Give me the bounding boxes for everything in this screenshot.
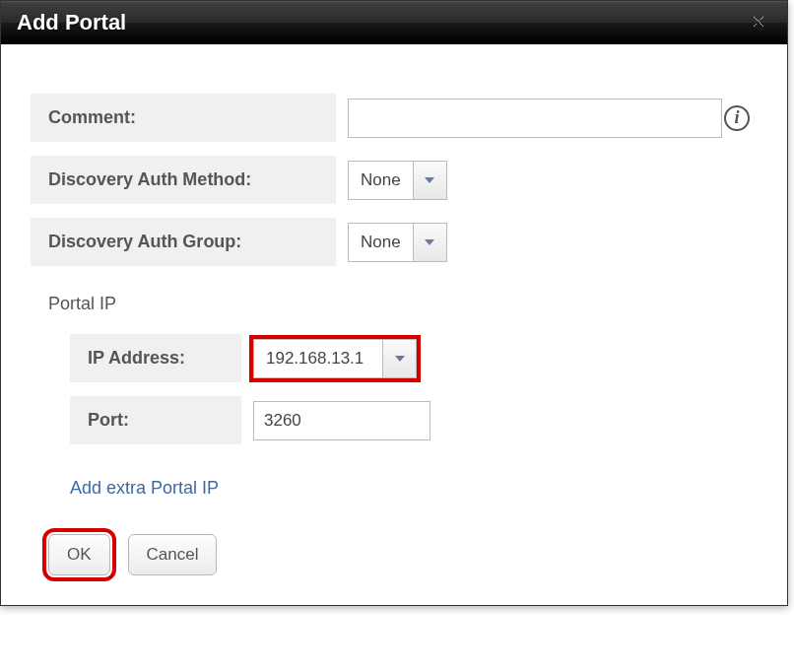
comment-control: i <box>336 99 758 138</box>
comment-label: Comment: <box>31 94 336 142</box>
discovery-auth-method-value: None <box>349 162 413 199</box>
ip-address-control: 192.168.13.1 <box>241 339 417 378</box>
discovery-auth-method-control: None <box>336 161 758 200</box>
chevron-down-icon[interactable] <box>382 340 416 377</box>
comment-row: Comment: i <box>31 94 758 142</box>
ip-address-row: IP Address: 192.168.13.1 <box>70 334 758 382</box>
add-extra-portal-ip-link[interactable]: Add extra Portal IP <box>70 478 219 499</box>
cancel-button[interactable]: Cancel <box>128 534 218 575</box>
discovery-auth-group-select[interactable]: None <box>348 223 447 262</box>
discovery-auth-group-label: Discovery Auth Group: <box>31 218 336 266</box>
port-label: Port: <box>70 396 241 444</box>
ok-button[interactable]: OK <box>48 534 110 575</box>
ip-address-label: IP Address: <box>70 334 241 382</box>
dialog-body: Comment: i Discovery Auth Method: None D… <box>1 44 787 605</box>
port-control <box>241 401 430 440</box>
discovery-auth-method-label: Discovery Auth Method: <box>31 156 336 204</box>
info-icon[interactable]: i <box>724 105 750 131</box>
comment-input[interactable] <box>348 99 722 138</box>
portal-ip-section-label: Portal IP <box>48 294 758 314</box>
port-input[interactable] <box>253 401 430 440</box>
discovery-auth-group-control: None <box>336 223 758 262</box>
discovery-auth-group-value: None <box>349 224 413 261</box>
ip-address-select[interactable]: 192.168.13.1 <box>253 339 417 378</box>
ip-address-value: 192.168.13.1 <box>254 340 382 377</box>
discovery-auth-method-select[interactable]: None <box>348 161 447 200</box>
discovery-auth-method-row: Discovery Auth Method: None <box>31 156 758 204</box>
chevron-down-icon[interactable] <box>413 224 446 261</box>
titlebar: Add Portal ⛌ <box>1 1 787 44</box>
dialog-title: Add Portal <box>17 10 126 35</box>
add-portal-dialog: Add Portal ⛌ Comment: i Discovery Auth M… <box>0 0 788 606</box>
discovery-auth-group-row: Discovery Auth Group: None <box>31 218 758 266</box>
port-row: Port: <box>70 396 758 444</box>
button-row: OK Cancel <box>48 534 758 575</box>
chevron-down-icon[interactable] <box>413 162 446 199</box>
close-icon[interactable]: ⛌ <box>748 8 771 36</box>
